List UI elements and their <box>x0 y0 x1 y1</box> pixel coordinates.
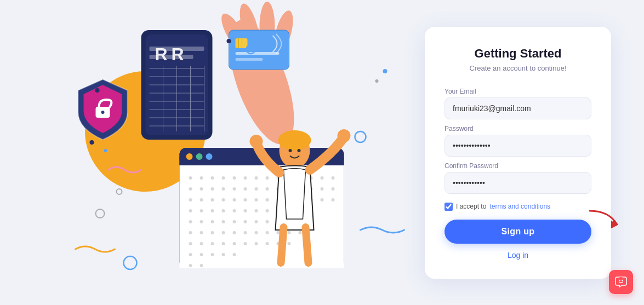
svg-point-122 <box>255 242 258 245</box>
login-link-row: Log in <box>508 250 528 260</box>
svg-point-99 <box>255 220 258 223</box>
svg-point-87 <box>255 209 258 212</box>
svg-point-109 <box>233 231 236 234</box>
svg-rect-38 <box>180 165 344 268</box>
signup-form-panel: Getting Started Create an account to con… <box>425 27 611 279</box>
svg-text:R: R <box>155 44 168 64</box>
svg-point-74 <box>266 198 269 202</box>
svg-point-117 <box>200 242 203 245</box>
svg-point-123 <box>266 242 269 245</box>
svg-point-82 <box>200 209 203 212</box>
svg-point-126 <box>189 253 192 256</box>
svg-point-83 <box>211 209 214 212</box>
chat-icon <box>614 275 628 289</box>
svg-point-115 <box>299 231 302 234</box>
signup-button[interactable]: Sign up <box>444 220 591 244</box>
svg-point-119 <box>222 242 225 245</box>
svg-point-146 <box>375 79 379 83</box>
svg-point-70 <box>222 198 225 202</box>
terms-link[interactable]: terms and conditions <box>489 203 550 210</box>
svg-point-79 <box>321 198 324 202</box>
svg-point-67 <box>189 198 192 202</box>
svg-point-116 <box>189 242 192 245</box>
svg-point-132 <box>200 264 203 267</box>
svg-point-1 <box>101 111 105 114</box>
svg-point-106 <box>200 231 203 234</box>
svg-point-130 <box>233 253 236 256</box>
svg-point-65 <box>321 187 324 191</box>
svg-point-121 <box>244 242 247 245</box>
svg-point-129 <box>222 253 225 256</box>
form-title: Getting Started <box>475 47 562 61</box>
svg-point-110 <box>244 231 247 234</box>
password-input[interactable] <box>444 135 591 157</box>
svg-point-108 <box>222 231 225 234</box>
svg-point-35 <box>186 153 193 160</box>
svg-point-114 <box>288 231 291 234</box>
svg-point-73 <box>255 198 258 202</box>
svg-point-52 <box>332 176 335 180</box>
svg-point-54 <box>200 187 203 191</box>
svg-point-94 <box>200 220 203 223</box>
svg-point-53 <box>189 187 192 191</box>
svg-point-68 <box>200 198 203 202</box>
confirm-password-input[interactable] <box>444 172 591 194</box>
svg-point-42 <box>222 176 225 180</box>
svg-rect-25 <box>229 30 289 70</box>
svg-point-57 <box>233 187 236 191</box>
svg-point-98 <box>244 220 247 223</box>
email-input[interactable] <box>444 97 591 119</box>
svg-point-71 <box>233 198 236 202</box>
svg-point-59 <box>255 187 258 191</box>
main-illustration: R R <box>0 0 425 305</box>
svg-point-149 <box>95 88 100 93</box>
svg-point-137 <box>250 135 263 148</box>
svg-point-86 <box>244 209 247 212</box>
svg-point-43 <box>233 176 236 180</box>
svg-point-72 <box>244 198 247 202</box>
login-link[interactable]: Log in <box>508 251 528 260</box>
svg-point-39 <box>189 176 192 180</box>
confirm-password-label: Confirm Password <box>444 162 498 170</box>
svg-point-96 <box>222 220 225 223</box>
svg-point-107 <box>211 231 214 234</box>
svg-point-58 <box>244 187 247 191</box>
svg-point-97 <box>233 220 236 223</box>
svg-point-131 <box>189 264 192 267</box>
svg-point-40 <box>200 176 203 180</box>
svg-point-135 <box>289 149 292 152</box>
svg-point-144 <box>227 39 231 43</box>
svg-text:R: R <box>172 44 184 64</box>
terms-row: I accept to terms and conditions <box>444 203 550 211</box>
svg-point-80 <box>332 198 335 202</box>
svg-point-142 <box>96 209 105 218</box>
svg-point-36 <box>196 153 203 160</box>
chat-button[interactable] <box>609 270 633 294</box>
svg-point-138 <box>338 129 351 142</box>
password-label: Password <box>444 125 474 133</box>
svg-rect-31 <box>236 58 263 61</box>
terms-text: I accept to <box>456 203 486 210</box>
terms-checkbox[interactable] <box>444 203 453 211</box>
svg-point-134 <box>278 130 311 150</box>
svg-point-156 <box>622 280 623 281</box>
svg-point-148 <box>104 149 107 152</box>
svg-point-51 <box>321 176 324 180</box>
svg-point-46 <box>266 176 269 180</box>
svg-point-88 <box>266 209 269 212</box>
svg-point-111 <box>255 231 258 234</box>
svg-point-37 <box>206 153 213 160</box>
svg-point-95 <box>211 220 214 223</box>
svg-point-125 <box>288 242 291 245</box>
form-subtitle: Create an account to continue! <box>469 64 566 72</box>
svg-point-143 <box>117 189 122 194</box>
svg-point-84 <box>222 209 225 212</box>
svg-point-136 <box>298 149 301 152</box>
svg-point-128 <box>211 253 214 256</box>
svg-point-154 <box>617 277 625 285</box>
svg-point-120 <box>233 242 236 245</box>
arrow-decoration <box>587 205 631 238</box>
svg-point-140 <box>124 256 137 269</box>
svg-point-127 <box>200 253 203 256</box>
svg-point-81 <box>189 209 192 212</box>
